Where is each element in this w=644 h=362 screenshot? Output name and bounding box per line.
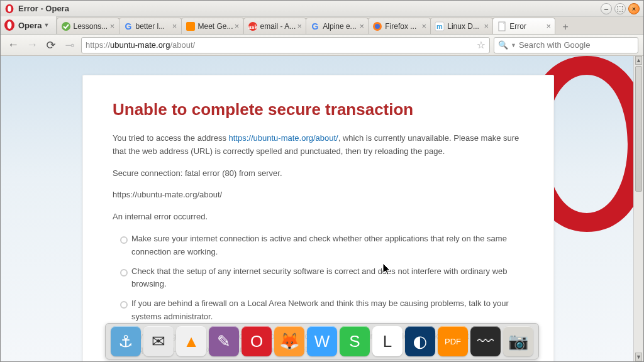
error-tip: Check that the setup of any internet sec… <box>120 265 524 292</box>
opera-app-icon <box>4 4 14 14</box>
search-icon: 🔍 <box>498 40 508 50</box>
dock: ⚓✉▲✎O🦊WSL◐PDF〰📷 <box>105 323 539 359</box>
window-maximize-button[interactable]: ⬚ <box>614 3 626 14</box>
svg-text:G: G <box>125 21 131 31</box>
mint-icon: m <box>435 21 445 31</box>
tab-7[interactable]: Error× <box>492 18 555 34</box>
vertical-scrollbar[interactable]: ▲ ▼ <box>633 56 643 361</box>
tab-close-button[interactable]: × <box>296 23 303 30</box>
tab-label: Linux D... <box>447 22 482 31</box>
dock-thunderbird[interactable]: ✉ <box>143 326 174 356</box>
address-bar[interactable]: https://ubuntu-mate.org/about/ ☆ <box>81 37 490 53</box>
opera-menu-label: Opera <box>18 21 42 30</box>
tab-2[interactable]: Meet Ge...× <box>181 18 244 34</box>
bookmark-star-icon[interactable]: ☆ <box>477 39 486 51</box>
dock-app-circle[interactable]: ◐ <box>405 326 435 356</box>
tab-label: Lessons... <box>74 22 109 31</box>
svg-point-3 <box>8 21 12 29</box>
error-tip: If you are behind a firewall on a Local … <box>120 297 524 324</box>
dock-monitor[interactable]: 〰 <box>470 326 501 356</box>
tab-close-button[interactable]: × <box>171 23 179 30</box>
window-close-button[interactable]: × <box>628 3 640 14</box>
window-titlebar: Error - Opera – ⬚ × <box>1 1 643 17</box>
dock-wps-writer[interactable]: W <box>307 326 337 356</box>
navigation-toolbar: ← → ⟳ ⊸ https://ubuntu-mate.org/about/ ☆… <box>1 35 643 56</box>
tab-close-button[interactable]: × <box>358 23 365 30</box>
tab-label: Alpine e... <box>323 22 358 31</box>
google-icon: G <box>310 21 320 31</box>
svg-text:G: G <box>312 21 319 31</box>
error-card: Unable to complete secure transaction Yo… <box>82 75 554 361</box>
search-engine-dropdown-icon[interactable]: ▼ <box>511 42 516 48</box>
tab-close-button[interactable]: × <box>233 23 241 30</box>
svg-text:m: m <box>436 23 443 30</box>
svg-point-4 <box>62 22 70 31</box>
window-minimize-button[interactable]: – <box>601 3 612 14</box>
dock-pdf[interactable]: PDF <box>438 326 468 356</box>
error-detail-3: An internal error occurred. <box>113 211 524 224</box>
back-button[interactable]: ← <box>6 38 21 53</box>
svg-point-1 <box>8 6 11 12</box>
dock-vlc[interactable]: ▲ <box>176 326 206 356</box>
scroll-thumb[interactable] <box>635 66 642 192</box>
dock-firefox[interactable]: 🦊 <box>274 326 304 356</box>
svg-rect-6 <box>186 22 195 31</box>
tab-1[interactable]: Gbetter l...× <box>119 18 182 34</box>
search-box[interactable]: 🔍 ▼ <box>494 37 638 53</box>
search-input[interactable] <box>519 40 634 50</box>
dock-lyx[interactable]: L <box>372 326 402 356</box>
tab-label: Meet Ge... <box>198 22 233 31</box>
svg-text:ask: ask <box>248 24 258 30</box>
tab-strip: Opera ▼ Lessons...×Gbetter l...×Meet Ge.… <box>1 17 643 35</box>
scroll-up-button[interactable]: ▲ <box>635 56 642 65</box>
dock-camera[interactable]: 📷 <box>503 326 533 356</box>
tab-3[interactable]: askemail - A...× <box>243 18 307 34</box>
tab-label: email - A... <box>260 22 296 31</box>
chevron-down-icon: ▼ <box>44 22 50 28</box>
error-intro: You tried to access the address https://… <box>113 132 524 158</box>
svg-point-11 <box>375 24 380 29</box>
ask-icon: ask <box>248 21 258 31</box>
tab-label: Firefox ... <box>385 22 420 31</box>
address-text[interactable]: https://ubuntu-mate.org/about/ <box>86 40 477 50</box>
dock-anchor[interactable]: ⚓ <box>111 326 141 356</box>
tab-0[interactable]: Lessons...× <box>57 18 119 34</box>
tab-close-button[interactable]: × <box>109 23 116 30</box>
key-icon[interactable]: ⊸ <box>62 38 77 53</box>
doc-icon <box>497 21 507 31</box>
reload-button[interactable]: ⟳ <box>43 38 58 53</box>
tab-4[interactable]: GAlpine e...× <box>306 18 369 34</box>
orange-box-icon <box>186 21 196 31</box>
tab-label: Error <box>509 22 545 31</box>
opera-menu-button[interactable]: Opera ▼ <box>1 16 57 34</box>
error-tip: Make sure your internet connection is ac… <box>120 233 524 259</box>
dock-wps-sheets[interactable]: S <box>340 326 370 356</box>
window-title: Error - Opera <box>18 4 601 13</box>
tab-5[interactable]: Firefox ...× <box>368 18 431 34</box>
opera-logo-icon <box>3 19 16 31</box>
forward-button[interactable]: → <box>25 38 40 53</box>
error-detail-2: https://ubuntu-mate.org/about/ <box>113 189 524 202</box>
new-tab-button[interactable]: + <box>557 20 574 34</box>
tab-label: better l... <box>136 22 171 31</box>
error-url-link[interactable]: https://ubuntu-mate.org/about/ <box>229 133 338 143</box>
dock-opera[interactable]: O <box>242 326 272 356</box>
error-detail-1: Secure connection: fatal error (80) from… <box>113 167 524 180</box>
tab-close-button[interactable]: × <box>420 23 428 30</box>
page-viewport: Unable to complete secure transaction Yo… <box>1 56 643 361</box>
scroll-down-button[interactable]: ▼ <box>635 353 642 361</box>
tab-6[interactable]: mLinux D...× <box>430 18 493 34</box>
google-icon: G <box>123 21 133 31</box>
tab-close-button[interactable]: × <box>482 23 490 30</box>
green-check-icon <box>61 21 71 31</box>
error-heading: Unable to complete secure transaction <box>113 100 524 119</box>
tab-close-button[interactable]: × <box>545 23 552 30</box>
firefox-icon <box>372 21 382 31</box>
dock-gimp[interactable]: ✎ <box>209 326 239 356</box>
